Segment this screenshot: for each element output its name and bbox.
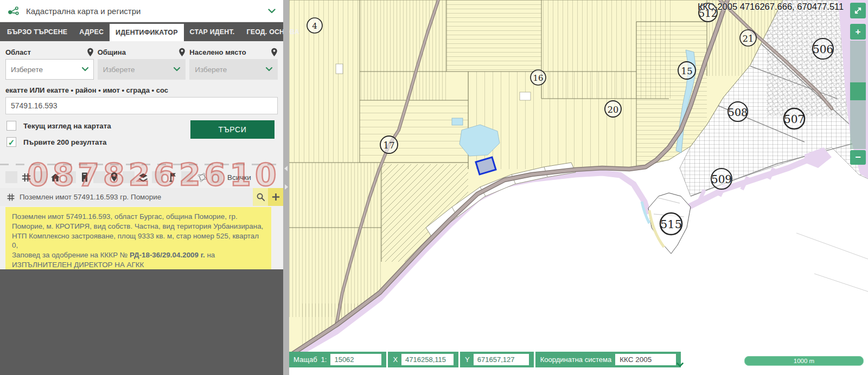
scale-input[interactable]: [330, 354, 381, 365]
tab-bar: БЪРЗО ТЪРСЕНЕ АДРЕС ИДЕНТИФИКАТОР СТАР И…: [0, 22, 283, 41]
x-coordinate-input[interactable]: [401, 354, 454, 365]
expand-icon: [854, 7, 862, 15]
map-pin-icon: [178, 48, 186, 57]
crs-section: Координатна система ККС 2005: [535, 352, 681, 367]
pin-layer-checkbox[interactable]: [93, 171, 105, 183]
zoom-slider-handle[interactable]: [850, 82, 866, 100]
collapse-left-icon: [284, 166, 288, 171]
scale-ratio: 1:: [321, 355, 327, 364]
app-title: Кадастрална карта и регистри: [26, 7, 268, 16]
tab-quick-search[interactable]: БЪРЗО ТЪРСЕНЕ: [1, 22, 73, 41]
app-header: Кадастрална карта и регистри: [0, 0, 283, 22]
scale-section: Мащаб 1:: [289, 352, 386, 367]
layers-layer-checkbox[interactable]: [123, 171, 135, 183]
sidebar-collapse-handle[interactable]: [283, 0, 289, 375]
sidebar-empty-area: [0, 269, 283, 375]
map-pin-icon: [87, 48, 94, 57]
result-order-number: РД-18-36/29.04.2009 г.: [130, 251, 205, 259]
result-line1: Поземлен имот 57491.16.593, област Бурга…: [12, 212, 263, 249]
zone-marker-label: 508: [728, 106, 748, 118]
pin-icon: [107, 171, 120, 183]
zoom-in-button[interactable]: +: [850, 24, 866, 40]
chevron-down-icon: [676, 361, 684, 369]
x-coordinate-section: X: [388, 352, 458, 367]
naseleno-select-value: Изберете: [195, 66, 227, 74]
grid-icon: [20, 171, 33, 183]
zone-marker-label: 506: [813, 43, 833, 56]
branch-icon: [8, 5, 20, 16]
y-coordinate-section: Y: [460, 352, 534, 367]
chevron-down-icon: [82, 67, 88, 72]
all-layers-label: Всички: [227, 173, 251, 182]
flag-icon: [166, 171, 179, 183]
map-status-bar: Мащаб 1: X Y Координатна система ККС 200…: [289, 352, 681, 367]
map-scale-bar: 1000 m: [744, 356, 864, 366]
zone-marker-label: 16: [533, 73, 543, 83]
first200-label: Първите 200 резултата: [23, 138, 107, 146]
oblast-select-value: Изберете: [11, 66, 43, 74]
polygon-layer-checkbox[interactable]: [181, 171, 193, 183]
field-obshtina: Община Изберете: [98, 45, 186, 80]
zone-marker-label: 15: [681, 66, 693, 76]
first200-checkbox[interactable]: ✓: [7, 137, 16, 147]
result-line2-prefix: Заповед за одобрение на КККР №: [12, 251, 130, 259]
cadastral-map: 41617201521512506508507509515: [289, 0, 868, 375]
obshtina-label: Община: [98, 48, 126, 56]
grid-layer-checkbox[interactable]: [5, 171, 17, 183]
layer-filter-bar: Всички: [0, 165, 283, 188]
zone-marker-label: 4: [312, 21, 317, 31]
zone-marker-label: 20: [608, 105, 618, 115]
naseleno-select[interactable]: Изберете: [189, 59, 278, 80]
sidebar: Кадастрална карта и регистри БЪРЗО ТЪРСЕ…: [0, 0, 283, 375]
y-coordinate-input[interactable]: [474, 354, 529, 365]
header-chevron-down-icon[interactable]: [268, 9, 276, 14]
search-panel: Област Изберете Община: [0, 41, 283, 294]
ekatte-label: екатте ИЛИ екатте • район • имот • сград…: [5, 86, 278, 94]
add-result-button[interactable]: [268, 188, 283, 206]
crs-select[interactable]: ККС 2005: [615, 354, 676, 365]
flag-layer-checkbox[interactable]: [152, 171, 164, 183]
obshtina-select-value: Изберете: [103, 66, 135, 74]
fullscreen-button[interactable]: [850, 3, 866, 18]
obshtina-select[interactable]: Изберете: [98, 59, 186, 80]
zoom-slider-track[interactable]: [850, 41, 866, 149]
magnifier-icon: [256, 192, 265, 202]
building-icon: [78, 171, 91, 183]
scale-bar-label: 1000 m: [794, 358, 814, 364]
scale-label: Мащаб: [293, 355, 317, 364]
chevron-down-icon: [174, 67, 180, 72]
all-layers-checkbox[interactable]: [210, 171, 222, 183]
oblast-select[interactable]: Изберете: [5, 59, 94, 80]
map-canvas[interactable]: 41617201521512506508507509515 ККС-2005 4…: [289, 0, 868, 375]
collapse-right-icon: [285, 184, 288, 190]
tab-address[interactable]: АДРЕС: [73, 22, 110, 41]
field-naseleno-myasto: Населено място Изберете: [189, 45, 278, 80]
result-row[interactable]: Поземлен имот 57491.16.593 гр. Поморие: [0, 188, 283, 206]
building-layer-checkbox[interactable]: [64, 171, 76, 183]
map-coords-overlay: ККС-2005 4716267.666, 670477.511: [698, 2, 844, 12]
naseleno-label: Населено място: [189, 48, 246, 56]
zone-marker-label: 17: [383, 140, 395, 151]
tab-old-ident[interactable]: СТАР ИДЕНТ.: [184, 22, 241, 41]
crs-label: Координатна система: [540, 355, 611, 364]
plus-icon: [271, 192, 280, 202]
layers-icon: [137, 171, 150, 183]
search-button[interactable]: ТЪРСИ: [190, 120, 275, 139]
tab-geodetic-basis[interactable]: ГЕОД. ОСНОВА: [240, 22, 305, 41]
result-title: Поземлен имот 57491.16.593 гр. Поморие: [20, 193, 253, 201]
current-view-checkbox[interactable]: [7, 121, 16, 131]
field-oblast: Област Изберете: [5, 45, 94, 80]
zone-marker-label: 507: [784, 113, 805, 126]
y-label: Y: [465, 355, 470, 364]
oblast-label: Област: [5, 48, 31, 56]
tab-identifier[interactable]: ИДЕНТИФИКАТОР: [110, 24, 184, 41]
crs-select-value: ККС 2005: [620, 355, 652, 364]
zoom-to-result-button[interactable]: [253, 188, 268, 206]
current-view-label: Текущ изглед на картата: [23, 122, 111, 130]
identifier-input[interactable]: [5, 97, 278, 114]
home-layer-checkbox[interactable]: [35, 171, 47, 183]
check-area: Текущ изглед на картата ✓ Първите 200 ре…: [0, 119, 283, 157]
zoom-out-button[interactable]: −: [850, 150, 866, 165]
zone-marker-label: 21: [743, 34, 754, 44]
grid-icon: [7, 193, 15, 202]
